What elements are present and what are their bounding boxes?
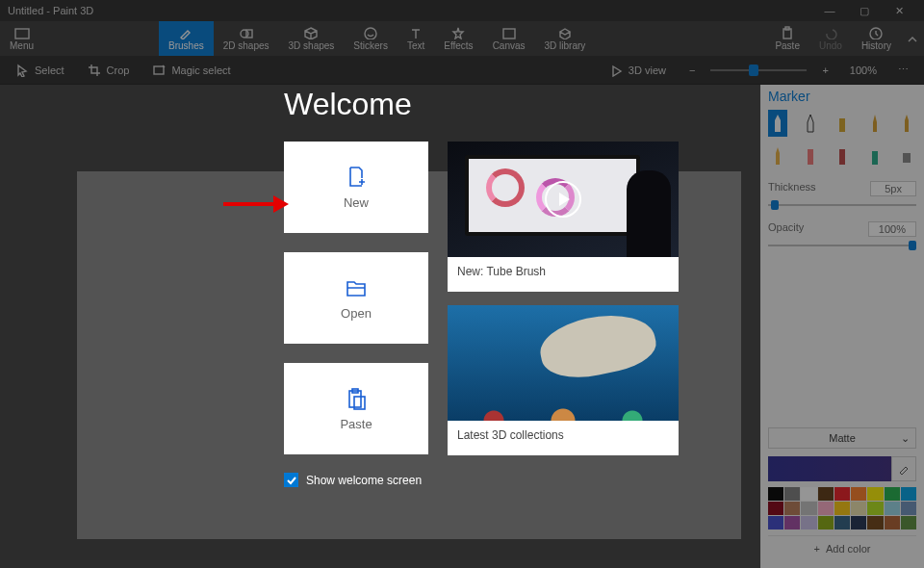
video-tube-brush[interactable]: New: Tube Brush [448, 142, 679, 292]
folder-icon [344, 275, 369, 300]
paste-card-label: Paste [340, 417, 372, 431]
video-caption: New: Tube Brush [448, 257, 679, 292]
collections-caption: Latest 3D collections [448, 421, 679, 455]
welcome-title: Welcome [284, 87, 412, 122]
clipboard-icon [344, 386, 369, 411]
svg-marker-18 [273, 195, 289, 213]
video-thumbnail [448, 142, 679, 257]
welcome-overlay: Welcome New Open Paste [0, 0, 924, 568]
open-button[interactable]: Open [284, 252, 428, 344]
new-button[interactable]: New [284, 142, 428, 233]
collections-card[interactable]: Latest 3D collections [448, 305, 679, 455]
play-icon [545, 181, 581, 218]
collections-thumbnail [448, 305, 679, 421]
paste-card-button[interactable]: Paste [284, 363, 428, 454]
annotation-arrow [221, 193, 289, 219]
new-label: New [344, 195, 369, 210]
checkbox-label: Show welcome screen [306, 474, 422, 487]
open-label: Open [341, 306, 372, 321]
show-welcome-checkbox[interactable]: Show welcome screen [284, 473, 422, 487]
new-file-icon [344, 165, 369, 190]
checkbox-checked-icon [284, 473, 298, 487]
